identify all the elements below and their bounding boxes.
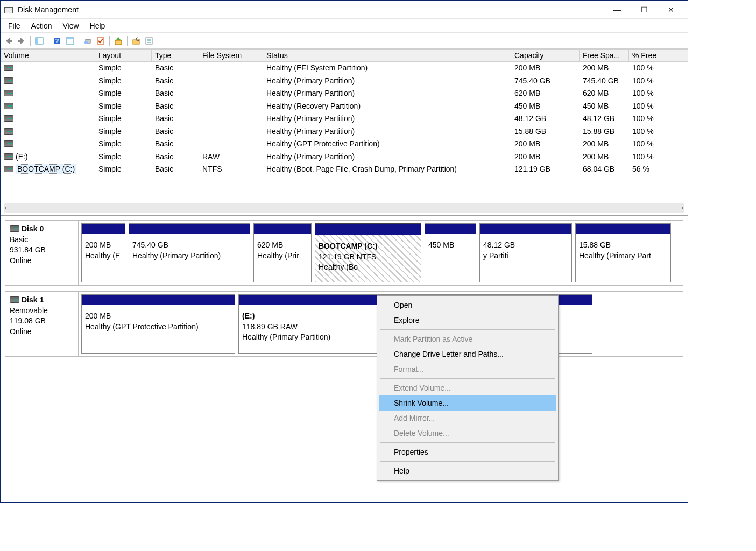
- view-settings-button[interactable]: [64, 35, 76, 47]
- partition[interactable]: 15.88 GBHealthy (Primary Part: [575, 223, 671, 282]
- partition-bar: [254, 224, 311, 234]
- cell-filesystem: [199, 117, 263, 119]
- ctx-divider: [380, 461, 555, 462]
- partition-body: 745.40 GBHealthy (Primary Partition): [129, 234, 250, 282]
- volume-icon: [4, 128, 13, 135]
- partition[interactable]: 450 MB: [425, 223, 476, 282]
- partition-body: 15.88 GBHealthy (Primary Part: [576, 234, 670, 282]
- partition[interactable]: 200 MBHealthy (GPT Protective Partition): [81, 294, 235, 354]
- col-status[interactable]: Status: [263, 50, 511, 61]
- ctx-open[interactable]: Open: [379, 298, 556, 313]
- cell-layout: Simple: [95, 113, 152, 124]
- table-row[interactable]: SimpleBasicHealthy (Primary Partition)62…: [1, 87, 688, 100]
- col-free[interactable]: Free Spa...: [580, 50, 629, 61]
- toolbar: ?: [1, 33, 688, 49]
- table-row[interactable]: SimpleBasicHealthy (EFI System Partition…: [1, 62, 688, 75]
- cell-filesystem: [199, 67, 263, 69]
- partition[interactable]: 200 MBHealthy (E: [81, 223, 125, 282]
- action-button[interactable]: [95, 35, 107, 47]
- table-row[interactable]: SimpleBasicHealthy (GPT Protective Parti…: [1, 138, 688, 151]
- properties-button[interactable]: [143, 35, 155, 47]
- volume-list: Volume Layout Type File System Status Ca…: [1, 49, 688, 216]
- horizontal-scrollbar[interactable]: [4, 203, 684, 213]
- ctx-change-letter[interactable]: Change Drive Letter and Paths...: [379, 347, 556, 362]
- maximize-button[interactable]: ☐: [631, 2, 658, 18]
- show-hide-tree-button[interactable]: [33, 35, 45, 47]
- cell-type: Basic: [152, 126, 199, 137]
- col-filesystem[interactable]: File System: [199, 50, 263, 61]
- window-title: Disk Management: [18, 5, 79, 14]
- menu-help[interactable]: Help: [86, 20, 112, 31]
- table-row[interactable]: BOOTCAMP (C:)SimpleBasicNTFSHealthy (Boo…: [1, 163, 688, 176]
- partition[interactable]: 620 MBHealthy (Prir: [253, 223, 312, 282]
- col-volume[interactable]: Volume: [1, 50, 95, 61]
- cell-free: 620 MB: [580, 88, 629, 98]
- titlebar[interactable]: Disk Management — ☐ ✕: [1, 1, 688, 19]
- col-layout[interactable]: Layout: [95, 50, 152, 61]
- menu-view[interactable]: View: [58, 20, 85, 31]
- cell-capacity: 121.19 GB: [511, 164, 580, 174]
- cell-free: 48.12 GB: [580, 113, 629, 124]
- disk-label[interactable]: Disk 1Removable119.08 GBOnline: [5, 292, 79, 356]
- cell-status: Healthy (EFI System Partition): [263, 62, 511, 73]
- ctx-extend: Extend Volume...: [379, 380, 556, 395]
- ctx-delete: Delete Volume...: [379, 426, 556, 441]
- partition[interactable]: 745.40 GBHealthy (Primary Partition): [129, 223, 250, 282]
- ctx-mark-active: Mark Partition as Active: [379, 331, 556, 347]
- cell-type: Basic: [152, 101, 199, 111]
- disk-icon: [10, 296, 19, 303]
- partition-bar: [82, 295, 235, 305]
- svg-rect-1: [36, 38, 38, 44]
- volume-name: (E:): [16, 152, 28, 161]
- find-button[interactable]: [130, 35, 142, 47]
- cell-free: 200 MB: [580, 138, 629, 149]
- partition[interactable]: BOOTCAMP (C:)121.19 GB NTFSHealthy (Bo: [315, 223, 421, 282]
- cell-free: 15.88 GB: [580, 126, 629, 137]
- help-button[interactable]: ?: [51, 35, 63, 47]
- cell-free: 745.40 GB: [580, 75, 629, 86]
- partition[interactable]: 48.12 GBy Partiti: [479, 223, 572, 282]
- refresh-button[interactable]: [82, 35, 94, 47]
- menu-file[interactable]: File: [4, 20, 27, 31]
- cell-status: Healthy (Primary Partition): [263, 75, 511, 86]
- volume-icon: [4, 77, 13, 84]
- table-row[interactable]: SimpleBasicHealthy (Primary Partition)74…: [1, 74, 688, 87]
- table-row[interactable]: SimpleBasicHealthy (Recovery Partition)4…: [1, 100, 688, 112]
- partition-body: 450 MB: [425, 234, 476, 282]
- minimize-button[interactable]: —: [604, 2, 631, 18]
- menu-action[interactable]: Action: [27, 20, 59, 31]
- ctx-explore[interactable]: Explore: [379, 313, 556, 328]
- cell-capacity: 200 MB: [511, 151, 580, 162]
- forward-button[interactable]: [16, 35, 27, 47]
- cell-capacity: 48.12 GB: [511, 113, 580, 124]
- col-capacity[interactable]: Capacity: [511, 50, 580, 61]
- ctx-divider: [380, 329, 555, 330]
- up-button[interactable]: [112, 35, 124, 47]
- col-type[interactable]: Type: [152, 50, 199, 61]
- cell-filesystem: RAW: [199, 151, 263, 162]
- volume-icon: [4, 90, 13, 96]
- partition-body: 48.12 GBy Partiti: [480, 234, 571, 282]
- cell-filesystem: [199, 92, 263, 94]
- ctx-help[interactable]: Help: [379, 463, 556, 478]
- col-percent[interactable]: % Free: [629, 50, 677, 61]
- svg-text:?: ?: [55, 38, 59, 44]
- cell-status: Healthy (Recovery Partition): [263, 101, 511, 111]
- cell-status: Healthy (Primary Partition): [263, 113, 511, 124]
- table-row[interactable]: SimpleBasicHealthy (Primary Partition)15…: [1, 125, 688, 138]
- ctx-properties[interactable]: Properties: [379, 444, 556, 460]
- cell-status: Healthy (Primary Partition): [263, 88, 511, 98]
- cell-free: 450 MB: [580, 101, 629, 111]
- close-button[interactable]: ✕: [658, 2, 684, 18]
- ctx-shrink[interactable]: Shrink Volume...: [379, 395, 556, 411]
- table-row[interactable]: SimpleBasicHealthy (Primary Partition)48…: [1, 112, 688, 125]
- volume-icon: [4, 115, 13, 122]
- disk-label[interactable]: Disk 0Basic931.84 GBOnline: [5, 221, 79, 285]
- app-icon: [4, 6, 13, 13]
- table-row[interactable]: (E:)SimpleBasicRAWHealthy (Primary Parti…: [1, 150, 688, 163]
- back-button[interactable]: [3, 35, 15, 47]
- disk-management-window: Disk Management — ☐ ✕ File Action View H…: [0, 0, 688, 503]
- cell-percent: 56 %: [629, 164, 677, 174]
- ctx-format: Format...: [379, 362, 556, 377]
- volume-icon: [4, 140, 13, 147]
